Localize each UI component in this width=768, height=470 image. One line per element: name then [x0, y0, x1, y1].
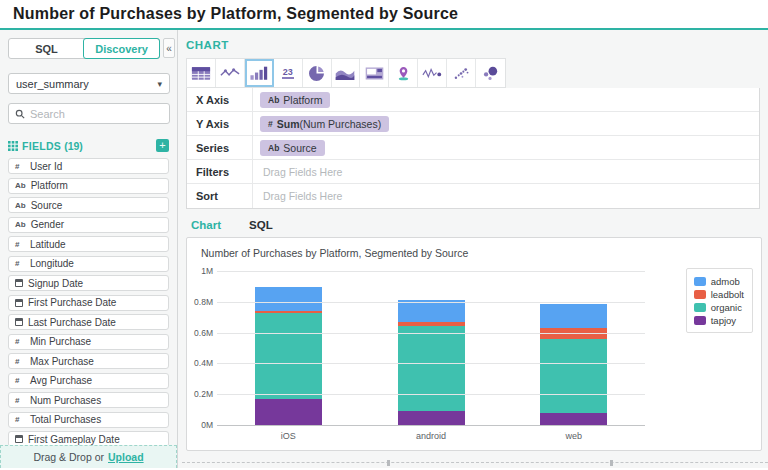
field-label: First Purchase Date: [28, 297, 116, 308]
config-row-value[interactable]: #Sum(Num Purchases): [253, 112, 759, 135]
legend-label: admob: [711, 276, 740, 287]
tab-sql-view[interactable]: SQL: [249, 219, 273, 231]
calendar-icon: [15, 318, 23, 326]
fields-header: FIELDS (19) +: [8, 139, 169, 152]
legend-swatch: [694, 303, 706, 312]
chart-type-map-icon[interactable]: [389, 59, 418, 87]
field-item-avg-purchase[interactable]: #Avg Purchase: [8, 373, 169, 389]
stacked-bar-web[interactable]: [540, 272, 607, 426]
number-type-icon: #: [15, 415, 25, 424]
gridline: 0.8M: [217, 302, 645, 303]
config-row-series: SeriesAbSource: [187, 136, 759, 160]
sidebar-collapse-button[interactable]: «: [163, 38, 175, 58]
bar-segment-admob[interactable]: [398, 300, 465, 322]
field-label: Max Purchase: [30, 356, 94, 367]
add-field-button[interactable]: +: [156, 139, 169, 152]
tab-discovery[interactable]: Discovery: [83, 38, 160, 59]
stacked-bar-android[interactable]: [398, 272, 465, 426]
field-item-latitude[interactable]: #Latitude: [8, 236, 169, 252]
number-type-icon: #: [15, 357, 25, 366]
sidebar: SQL Discovery « user_summary ▾: [0, 30, 178, 468]
number-type-icon: #: [15, 396, 25, 405]
gridline: 0.2M: [217, 394, 645, 395]
config-row-label: Series: [187, 136, 253, 159]
resize-tick[interactable]: [610, 460, 613, 466]
config-row-value[interactable]: Drag Fields Here: [253, 184, 759, 208]
field-item-first-purchase-date[interactable]: First Purchase Date: [8, 295, 169, 311]
chart-type-bar-icon[interactable]: [245, 59, 274, 87]
tab-chart[interactable]: Chart: [191, 219, 221, 231]
config-row-value[interactable]: Drag Fields Here: [253, 160, 759, 183]
chart-type-pie-icon[interactable]: [303, 59, 332, 87]
chip-type-icon: Ab: [268, 95, 279, 105]
search-input[interactable]: [30, 108, 163, 120]
chart-type-bubble-icon[interactable]: [476, 59, 505, 87]
field-item-source[interactable]: AbSource: [8, 197, 169, 213]
bar-segment-leadbolt[interactable]: [540, 328, 607, 339]
config-row-x-axis: X AxisAbPlatform: [187, 88, 759, 112]
config-row-value[interactable]: AbSource: [253, 136, 759, 159]
panel-resize-handle[interactable]: [182, 462, 768, 463]
bar-segment-tapjoy[interactable]: [255, 399, 322, 426]
chart-type-sparkline-icon[interactable]: [418, 59, 447, 87]
main-panel: CHART 23 X AxisAbPlatformY Axis#Sum(Num …: [178, 30, 768, 468]
chart-type-area-icon[interactable]: [332, 59, 361, 87]
bar-segment-organic[interactable]: [398, 326, 465, 411]
bar-segment-admob[interactable]: [255, 287, 322, 311]
number-type-icon: #: [15, 376, 25, 385]
field-item-gender[interactable]: AbGender: [8, 217, 169, 233]
legend-item-tapjoy[interactable]: tapjoy: [694, 314, 744, 327]
field-label: Longitude: [30, 258, 74, 269]
bar-segment-organic[interactable]: [255, 313, 322, 399]
bars-container: [217, 272, 645, 426]
config-row-filters: FiltersDrag Fields Here: [187, 160, 759, 184]
field-chip[interactable]: #Sum(Num Purchases): [260, 116, 389, 132]
legend-label: tapjoy: [711, 315, 736, 326]
resize-tick[interactable]: [387, 460, 390, 466]
chart-type-combo-icon[interactable]: [360, 59, 389, 87]
upload-dropzone[interactable]: Drag & Drop or Upload: [0, 445, 177, 468]
chart-legend: admobleadboltorganictapjoy: [686, 268, 753, 333]
source-select[interactable]: user_summary ▾: [8, 73, 170, 94]
field-item-platform[interactable]: AbPlatform: [8, 178, 169, 194]
field-item-longitude[interactable]: #Longitude: [8, 256, 169, 272]
field-item-max-purchase[interactable]: #Max Purchase: [8, 353, 169, 369]
number-type-icon: #: [15, 337, 25, 346]
fields-list: #User IdAbPlatformAbSourceAbGender#Latit…: [8, 158, 169, 447]
x-tick-label: web: [502, 431, 645, 441]
chart-type-number-icon[interactable]: 23: [274, 59, 303, 87]
field-item-num-purchases[interactable]: #Num Purchases: [8, 392, 169, 408]
field-item-total-purchases[interactable]: #Total Purchases: [8, 412, 169, 428]
legend-item-leadbolt[interactable]: leadbolt: [694, 288, 744, 301]
chart-type-table-icon[interactable]: [187, 59, 216, 87]
field-item-signup-date[interactable]: Signup Date: [8, 275, 169, 291]
chart-type-line-icon[interactable]: [216, 59, 245, 87]
field-item-min-purchase[interactable]: #Min Purchase: [8, 334, 169, 350]
config-row-label: Sort: [187, 184, 253, 208]
drop-placeholder: Drag Fields Here: [260, 190, 342, 202]
calendar-icon: [15, 435, 23, 443]
field-chip[interactable]: AbSource: [260, 140, 325, 156]
y-tick-label: 0.2M: [187, 389, 213, 399]
bar-segment-tapjoy[interactable]: [398, 411, 465, 426]
legend-label: organic: [711, 302, 742, 313]
chart-type-scatter-icon[interactable]: [447, 59, 476, 87]
config-row-value[interactable]: AbPlatform: [253, 88, 759, 111]
upload-link[interactable]: Upload: [108, 451, 144, 463]
field-label: User Id: [30, 161, 62, 172]
field-item-last-purchase-date[interactable]: Last Purchase Date: [8, 314, 169, 330]
legend-item-admob[interactable]: admob: [694, 275, 744, 288]
field-item-user-id[interactable]: #User Id: [8, 158, 169, 174]
number-type-icon: #: [15, 162, 25, 171]
bar-segment-admob[interactable]: [540, 304, 607, 328]
field-label: Min Purchase: [30, 336, 91, 347]
legend-item-organic[interactable]: organic: [694, 301, 744, 314]
legend-swatch: [694, 277, 706, 286]
tab-sql[interactable]: SQL: [9, 39, 84, 58]
bar-segment-organic[interactable]: [540, 339, 607, 413]
stacked-bar-ios[interactable]: [255, 272, 322, 426]
page-title: Number of Purchases by Platform, Segment…: [13, 5, 458, 23]
field-label: Avg Purchase: [30, 375, 92, 386]
field-label: Source: [31, 200, 63, 211]
field-chip[interactable]: AbPlatform: [260, 92, 330, 108]
